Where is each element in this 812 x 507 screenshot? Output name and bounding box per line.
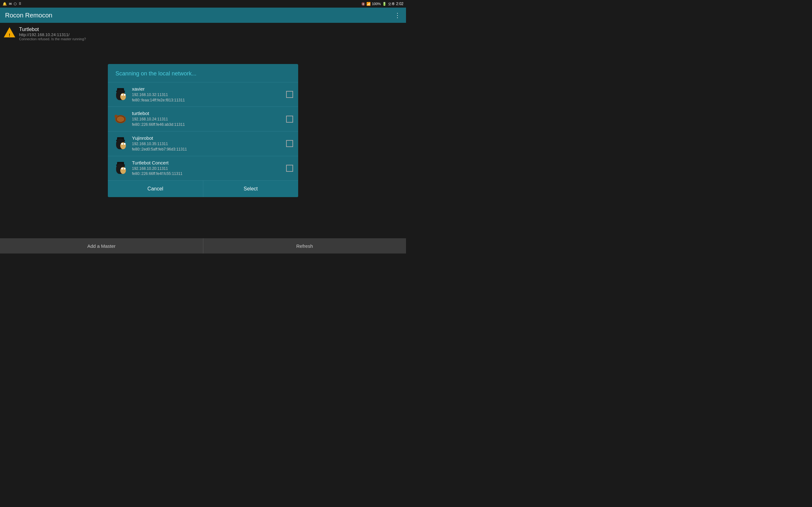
- robot-avatar-turtlebot: [113, 112, 128, 127]
- bottom-bar: Add a Master Refresh: [0, 238, 406, 253]
- penguin-icon: [113, 88, 128, 101]
- notification-icon: 🔔: [3, 2, 7, 6]
- robot-info-xavier: xavier 192.168.10.32:11311 fe80::feaa:14…: [132, 86, 286, 103]
- dialog-buttons: Cancel Select: [108, 180, 298, 197]
- refresh-button[interactable]: Refresh: [203, 238, 406, 253]
- main-content: ! Turtlebot http://192.168.10.24:11311/ …: [0, 23, 406, 238]
- robot-avatar-xavier: [113, 87, 128, 102]
- robot-name: Turtlebot Concert: [132, 160, 286, 165]
- robot-checkbox-turtlebot-concert[interactable]: [286, 165, 293, 172]
- robot-list: xavier 192.168.10.32:11311 fe80::feaa:14…: [108, 82, 298, 180]
- penguin-icon: [113, 136, 128, 151]
- robot-ip: 192.168.10.20:11311 fe80::226:66ff:fe4f:…: [132, 166, 286, 177]
- robot-avatar-yujinrobot: [113, 136, 128, 151]
- grid-icon: ⠿: [19, 2, 21, 6]
- penguin-icon: [113, 161, 128, 175]
- overflow-menu-button[interactable]: ⋮: [394, 11, 401, 19]
- status-bar: 🔔 ✉ ⬡ ⠿ 🔇 📶 100% 🔋 오후 2:02: [0, 0, 406, 8]
- robot-checkbox-yujinrobot[interactable]: [286, 140, 293, 147]
- mail-icon: ✉: [9, 2, 12, 6]
- time-indicator: 오후: [388, 2, 395, 6]
- robot-ip: 192.168.10.24:11311 fe80::226:66ff:fe46:…: [132, 117, 286, 127]
- dialog-title: Scanning on the local network...: [108, 64, 298, 82]
- penguin-body: [116, 163, 125, 174]
- bluetooth-icon: ⬡: [14, 2, 17, 6]
- turtle-icon: [113, 112, 128, 126]
- network-scan-dialog: Scanning on the local network...: [108, 64, 298, 197]
- robot-item-yujinrobot[interactable]: Yujinrobot 192.168.10.35:11311 fe80::2ed…: [108, 131, 298, 156]
- robot-item-xavier[interactable]: xavier 192.168.10.32:11311 fe80::feaa:14…: [108, 82, 298, 107]
- penguin-body: [116, 138, 125, 149]
- wifi-icon: 📶: [366, 2, 371, 6]
- app-title: Rocon Remocon: [5, 12, 52, 19]
- penguin-eyes: [121, 168, 123, 170]
- app-bar: Rocon Remocon ⋮: [0, 8, 406, 23]
- status-left-icons: 🔔 ✉ ⬡ ⠿: [3, 2, 21, 6]
- status-right-icons: 🔇 📶 100% 🔋 오후 2:02: [361, 2, 404, 6]
- robot-name: xavier: [132, 86, 286, 92]
- robot-item-turtlebot[interactable]: turtlebot 192.168.10.24:11311 fe80::226:…: [108, 107, 298, 131]
- robot-checkbox-turtlebot[interactable]: [286, 116, 293, 123]
- time-display: 2:02: [396, 2, 403, 6]
- battery-icon: 🔋: [382, 2, 387, 6]
- mute-icon: 🔇: [361, 2, 365, 6]
- select-button[interactable]: Select: [203, 181, 299, 197]
- dialog-overlay: Scanning on the local network...: [0, 23, 406, 238]
- robot-info-turtlebot-concert: Turtlebot Concert 192.168.10.20:11311 fe…: [132, 160, 286, 177]
- robot-info-turtlebot: turtlebot 192.168.10.24:11311 fe80::226:…: [132, 111, 286, 127]
- robot-name: Yujinrobot: [132, 135, 286, 141]
- cancel-button[interactable]: Cancel: [108, 181, 203, 197]
- robot-ip: 192.168.10.32:11311 fe80::feaa:14ff:fe2e…: [132, 92, 286, 103]
- turtle-head: [114, 115, 118, 118]
- penguin-body: [116, 89, 125, 100]
- robot-avatar-turtlebot-concert: [113, 161, 128, 176]
- robot-name: turtlebot: [132, 111, 286, 116]
- robot-checkbox-xavier[interactable]: [286, 91, 293, 98]
- robot-ip: 192.168.10.35:11311 fe80::2ed0:5aff:feb7…: [132, 141, 286, 152]
- battery-text: 100%: [372, 2, 381, 6]
- add-master-button[interactable]: Add a Master: [0, 238, 203, 253]
- robot-info-yujinrobot: Yujinrobot 192.168.10.35:11311 fe80::2ed…: [132, 135, 286, 152]
- robot-item-turtlebot-concert[interactable]: Turtlebot Concert 192.168.10.20:11311 fe…: [108, 156, 298, 181]
